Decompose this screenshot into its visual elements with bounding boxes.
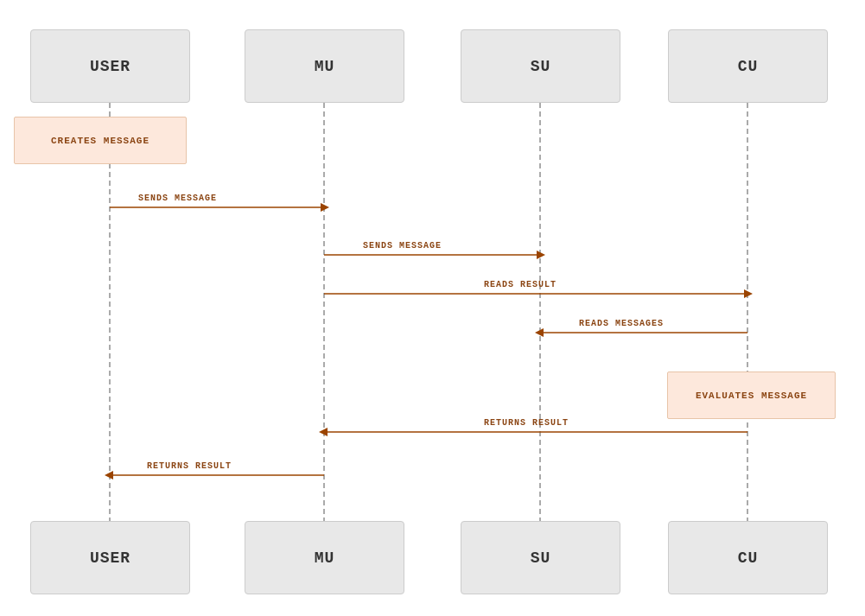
arrow-label-3: READS RESULT — [484, 280, 557, 289]
svg-marker-7 — [537, 251, 545, 259]
arrow-label-2: SENDS MESSAGE — [363, 241, 442, 251]
participant-user-top: USER — [30, 29, 190, 103]
svg-marker-9 — [744, 289, 753, 298]
arrow-label-5: RETURNS RESULT — [484, 418, 569, 428]
participant-su-top: SU — [461, 29, 620, 103]
arrow-label-4: READS MESSAGES — [579, 319, 664, 328]
participant-mu-bottom: MU — [245, 521, 404, 594]
participant-mu-top: MU — [245, 29, 404, 103]
evaluates-message-box: EVALUATES MESSAGE — [667, 372, 836, 419]
svg-marker-15 — [105, 471, 113, 479]
participant-su-bottom: SU — [461, 521, 620, 594]
svg-marker-5 — [321, 203, 329, 212]
creates-message-box: CREATES MESSAGE — [14, 117, 187, 164]
participant-cu-bottom: CU — [668, 521, 828, 594]
svg-marker-13 — [319, 428, 328, 436]
arrow-label-6: RETURNS RESULT — [147, 461, 232, 471]
participant-cu-top: CU — [668, 29, 828, 103]
sequence-diagram: USER MU SU CU USER MU SU CU CREATES MESS… — [0, 0, 865, 616]
participant-user-bottom: USER — [30, 521, 190, 594]
svg-marker-11 — [535, 328, 544, 337]
arrow-label-1: SENDS MESSAGE — [138, 194, 217, 203]
